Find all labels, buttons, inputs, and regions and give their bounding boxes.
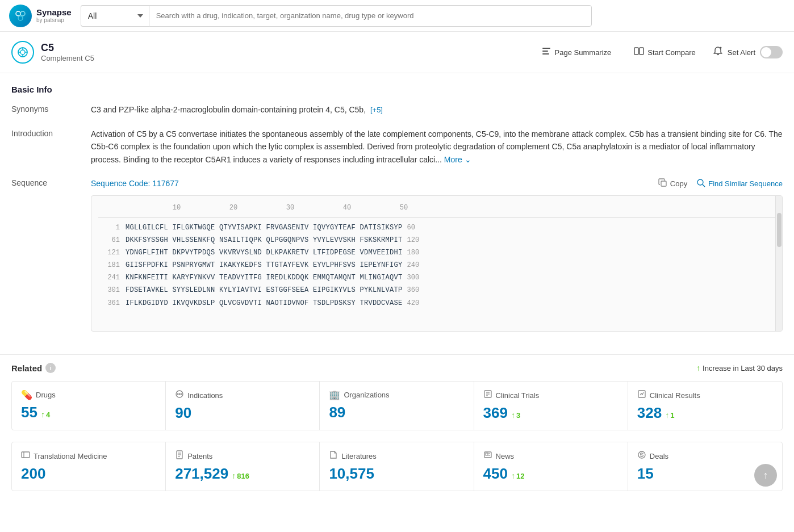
sequence-scrollbar-thumb[interactable] xyxy=(777,213,782,247)
brand-sub: by patsnap xyxy=(36,17,72,23)
svg-rect-15 xyxy=(661,181,666,186)
related-info-icon[interactable]: i xyxy=(45,363,56,373)
set-alert-toggle-area: Set Alert xyxy=(713,46,783,58)
summarize-icon xyxy=(541,46,551,58)
page-summarize-button[interactable]: Page Summarize xyxy=(536,43,617,62)
svg-rect-13 xyxy=(640,48,643,55)
literatures-icon xyxy=(329,450,338,462)
basic-info-title: Basic Info xyxy=(11,85,783,94)
sequence-label: Sequence xyxy=(11,177,91,332)
indications-value[interactable]: 90 xyxy=(175,404,191,422)
seq-line-361: 361 IFLKDGIDYD IKVQVKDSLP QLVCGVDVTI NAO… xyxy=(98,298,775,309)
page-subtitle: Complement C5 xyxy=(41,54,94,62)
sequence-actions: Copy Find Similar Sequence xyxy=(658,178,783,189)
news-up-icon: ↑ xyxy=(511,471,515,480)
clinical-trials-value[interactable]: 369 xyxy=(483,404,508,422)
seq-line-61: 61 DKKFSYSSGH VHLSSENKFQ NSAILTIQPK QLPG… xyxy=(98,235,775,246)
find-similar-label: Find Similar Sequence xyxy=(708,179,783,188)
svg-point-0 xyxy=(16,11,20,16)
news-value[interactable]: 450 xyxy=(483,465,508,483)
stat-literatures: Literatures 10,575 xyxy=(320,442,474,491)
synonyms-text: C3 and PZP-like alpha-2-macroglobulin do… xyxy=(91,105,366,114)
svg-rect-9 xyxy=(542,48,550,49)
logo-icon xyxy=(9,5,32,27)
copy-icon xyxy=(658,178,667,189)
deals-value[interactable]: 15 xyxy=(637,465,654,483)
back-to-top-button[interactable]: ↑ xyxy=(754,464,777,487)
alert-toggle[interactable] xyxy=(760,46,783,58)
organizations-icon: 🏢 xyxy=(329,389,340,400)
search-category-select[interactable]: All xyxy=(81,5,149,27)
clinical-trials-badge: ↑ 3 xyxy=(511,410,520,420)
copy-sequence-button[interactable]: Copy xyxy=(658,178,687,189)
svg-rect-11 xyxy=(542,53,549,55)
svg-line-17 xyxy=(703,185,705,187)
synonyms-label: Synonyms xyxy=(11,103,91,116)
clinical-results-value[interactable]: 328 xyxy=(637,404,662,422)
svg-point-20 xyxy=(179,393,181,395)
translational-label: Translational Medicine xyxy=(34,452,107,460)
patents-label: Patents xyxy=(187,452,212,460)
increase-label-text: Increase in Last 30 days xyxy=(703,364,783,372)
sequence-value: Sequence Code: 117677 Copy xyxy=(91,177,783,332)
seq-line-301: 301 FDSETAVKEL SYYSLEDLNN KYLYIAVTVI EST… xyxy=(98,285,775,296)
svg-point-16 xyxy=(697,179,703,185)
brand-text: Synapse by patsnap xyxy=(36,8,72,24)
find-similar-button[interactable]: Find Similar Sequence xyxy=(696,178,783,189)
target-icon xyxy=(11,41,34,64)
stat-organizations: 🏢 Organizations 89 xyxy=(320,382,474,430)
seq-line-181: 181 GIISFPDFKI PSNPRYGMWT IKAKYKEDFS TTG… xyxy=(98,260,775,271)
patents-up-icon: ↑ xyxy=(232,471,236,480)
sequence-scrollbar[interactable] xyxy=(775,196,782,331)
sequence-header: Sequence Code: 117677 Copy xyxy=(91,177,783,190)
increase-arrow-icon: ↑ xyxy=(696,363,700,372)
seq-line-1: 1 MGLLGILCFL IFLGKTWGQE QTYVISAPKI FRVGA… xyxy=(98,223,775,233)
svg-rect-34 xyxy=(486,453,488,455)
svg-rect-27 xyxy=(22,452,30,458)
top-navigation: Synapse by patsnap All xyxy=(0,0,794,32)
organizations-label: Organizations xyxy=(344,391,389,399)
svg-rect-10 xyxy=(542,51,548,52)
related-title: Related i xyxy=(11,363,56,373)
stat-drugs: 💊 Drugs 55 ↑ 4 xyxy=(12,382,166,430)
stat-indications: Indications 90 xyxy=(166,382,320,430)
patents-badge-num: 816 xyxy=(237,472,249,480)
clinical-results-label: Clinical Results xyxy=(650,391,700,400)
deals-label: Deals xyxy=(650,452,668,460)
organizations-value[interactable]: 89 xyxy=(329,404,345,421)
drugs-value[interactable]: 55 xyxy=(21,404,37,421)
clinical-results-up-icon: ↑ xyxy=(665,410,669,420)
clinical-trials-label: Clinical Trials xyxy=(496,391,540,400)
literatures-label: Literatures xyxy=(341,452,376,460)
sequence-box: 10 20 30 40 50 1 MGLLGILCFL IFLGKTWGQE Q… xyxy=(91,195,783,332)
drugs-icon: 💊 xyxy=(21,389,32,400)
stat-patents: Patents 271,529 ↑ 816 xyxy=(166,442,320,491)
svg-point-2 xyxy=(18,16,23,20)
search-input[interactable] xyxy=(149,5,592,27)
seq-line-241: 241 KNFKNFEITI KARYFYNKVV TEADVYITFG IRE… xyxy=(98,273,775,283)
related-title-text: Related xyxy=(11,363,42,373)
news-badge-num: 12 xyxy=(516,472,524,480)
logo-area[interactable]: Synapse by patsnap xyxy=(9,5,72,27)
clinical-trials-up-icon: ↑ xyxy=(511,410,515,420)
page-header-actions: Page Summarize Start Compare Set Alert xyxy=(536,43,783,62)
literatures-value[interactable]: 10,575 xyxy=(329,465,374,483)
stat-clinical-results: Clinical Results 328 ↑ 1 xyxy=(628,382,782,430)
search-area: All xyxy=(81,5,592,27)
page-title: C5 xyxy=(41,42,94,54)
start-compare-button[interactable]: Start Compare xyxy=(628,43,701,62)
synonyms-more-link[interactable]: [+5] xyxy=(370,106,383,114)
introduction-text: Activation of C5 by a C5 convertase init… xyxy=(91,129,783,164)
set-alert-label: Set Alert xyxy=(728,48,755,57)
drugs-badge: ↑ 4 xyxy=(41,410,50,419)
sequence-code-link[interactable]: Sequence Code: 117677 xyxy=(91,177,179,190)
introduction-row: Introduction Activation of C5 by a C5 co… xyxy=(11,128,783,166)
stat-translational: Translational Medicine 200 xyxy=(12,442,166,491)
introduction-more-link[interactable]: More ⌄ xyxy=(444,155,471,164)
increase-label: ↑ Increase in Last 30 days xyxy=(696,363,783,372)
patents-value[interactable]: 271,529 xyxy=(175,465,228,483)
sequence-row: Sequence Sequence Code: 117677 Copy xyxy=(11,177,783,332)
clinical-trials-icon xyxy=(483,389,492,401)
stat-clinical-trials: Clinical Trials 369 ↑ 3 xyxy=(474,382,628,430)
translational-value[interactable]: 200 xyxy=(21,465,45,483)
